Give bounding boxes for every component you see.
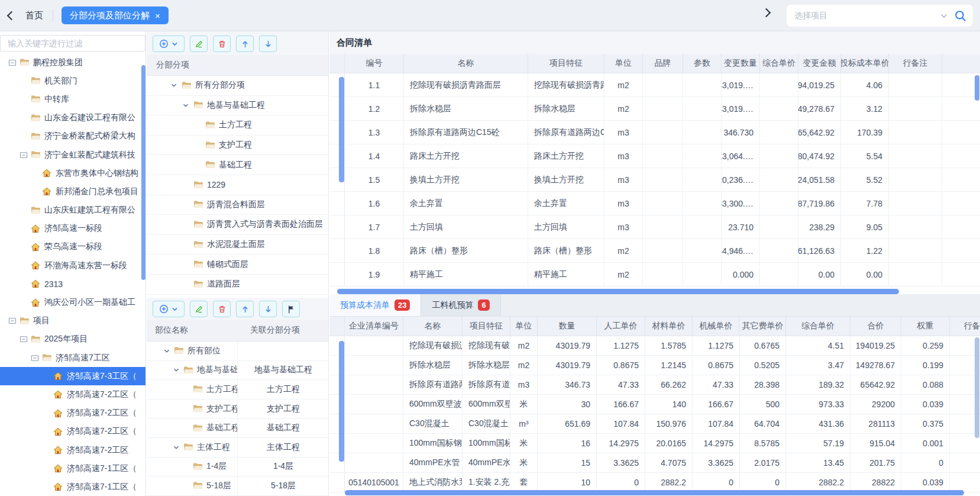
- column-header[interactable]: 项目特征: [462, 317, 510, 336]
- parts-tree-item[interactable]: 所有部位: [147, 342, 238, 360]
- org-tree-item[interactable]: 环渤海高速东营一标段: [0, 256, 145, 275]
- org-tree-item[interactable]: 机关部门: [0, 72, 145, 90]
- contract-right-vscrollbar[interactable]: [975, 75, 979, 101]
- contract-row[interactable]: 1.4路床土方开挖路床土方开挖m313,064.…80,474.925.54: [329, 144, 980, 168]
- org-tree-item[interactable]: 山东庆虹建筑工程有限公: [0, 201, 145, 220]
- org-tree-item[interactable]: 鸿庆公司小区一期基础工: [0, 293, 145, 311]
- search-icon[interactable]: [954, 9, 967, 22]
- move-down-button[interactable]: [259, 301, 277, 317]
- budget-left-vscrollbar[interactable]: [339, 341, 344, 462]
- tab-labor-machine-budget[interactable]: 工料机预算 6: [421, 294, 500, 316]
- chevron-down-icon[interactable]: [940, 12, 948, 20]
- org-tree-item[interactable]: 济邹高速7-2工区（: [0, 423, 145, 441]
- move-down-button[interactable]: [259, 36, 277, 52]
- column-header[interactable]: 单位: [510, 317, 538, 336]
- parts-tree-item[interactable]: 主体工程: [147, 438, 238, 457]
- org-tree-item[interactable]: 东营市奥体中心钢结构: [0, 164, 145, 182]
- collapse-icon[interactable]: [31, 354, 42, 362]
- org-tree-item[interactable]: 2025年项目: [0, 330, 145, 349]
- contract-row[interactable]: 1.5换填土方开挖换填土方开挖m320,236.…124,051.585.52: [329, 168, 980, 192]
- tab-close-icon[interactable]: ×: [155, 11, 160, 21]
- division-tree-item[interactable]: 铺砌式面层: [147, 255, 328, 275]
- column-header[interactable]: 机械单价: [693, 317, 740, 336]
- column-header[interactable]: 编号: [345, 54, 404, 73]
- contract-row[interactable]: 1.1挖除现有破损沥青路面层挖除现有破损沥青路面层m243,019.…194,0…: [329, 73, 980, 97]
- division-tree-item[interactable]: 道路面层: [147, 275, 328, 295]
- org-tree-item[interactable]: 济邹高速7-1工区（: [0, 478, 145, 496]
- column-header[interactable]: 其它费单价: [740, 317, 786, 336]
- column-header[interactable]: 投标成本单价: [841, 54, 889, 73]
- tab-budget-cost-list[interactable]: 预算成本清单 23: [329, 294, 421, 316]
- org-tree-item[interactable]: 济宁金桥装配式桥梁大构: [0, 127, 145, 146]
- move-up-button[interactable]: [236, 301, 254, 317]
- division-tree-item[interactable]: 土方工程: [147, 115, 328, 136]
- column-header[interactable]: 权重: [901, 317, 950, 336]
- tab-division-decompose[interactable]: 分部分项及部位分解 ×: [62, 7, 169, 24]
- column-header[interactable]: 合价: [850, 317, 901, 336]
- contract-left-vscrollbar[interactable]: [339, 77, 344, 182]
- collapse-icon[interactable]: [8, 317, 20, 325]
- column-header[interactable]: 行备注: [950, 317, 980, 336]
- org-tree-item[interactable]: 中转库: [0, 90, 145, 108]
- org-tree-item[interactable]: 济邹高速7-3工区（: [0, 367, 145, 385]
- org-tree-item[interactable]: 济邹高速7工区: [0, 349, 145, 367]
- sidebar-vscrollbar[interactable]: [141, 65, 145, 280]
- add-button[interactable]: [153, 36, 185, 52]
- collapse-icon[interactable]: [20, 335, 31, 343]
- chevron-down-icon[interactable]: [173, 444, 183, 451]
- edit-button[interactable]: [190, 36, 208, 52]
- column-header[interactable]: 名称: [404, 54, 528, 73]
- org-tree-item[interactable]: 济邹高速7-1工区（: [0, 459, 145, 478]
- contract-row[interactable]: 1.3拆除原有道路两边C15砼拆除原有道路两边C15砼m3346.73065,6…: [329, 121, 980, 144]
- budget-row[interactable]: 600mm双壁波纹管600mm双壁波纹管米30166.67140166.6750…: [329, 395, 980, 414]
- org-tree-item[interactable]: 济邹高速7-2工区（: [0, 404, 145, 423]
- division-tree-item[interactable]: 沥青贯入式与沥青表面处治面层: [147, 215, 328, 235]
- chevron-down-icon[interactable]: [170, 82, 182, 89]
- contract-hscrollbar[interactable]: [337, 289, 899, 294]
- division-tree-item[interactable]: 支护工程: [147, 136, 328, 156]
- move-up-button[interactable]: [236, 36, 254, 52]
- chevron-down-icon[interactable]: [173, 366, 183, 373]
- expand-right-icon[interactable]: [762, 8, 771, 18]
- parts-tree-item[interactable]: 5-18层: [147, 476, 238, 495]
- org-tree-item[interactable]: 项目: [0, 312, 145, 330]
- org-tree-item[interactable]: 山东金石建设工程有限公: [0, 109, 145, 127]
- column-header[interactable]: 行备注: [889, 54, 942, 73]
- column-header[interactable]: 变更金额: [798, 54, 841, 73]
- org-tree-item[interactable]: 济邹高速7-2工区: [0, 441, 145, 459]
- column-header[interactable]: 数量: [538, 317, 597, 336]
- budget-row[interactable]: 拆除原有道路两边C15砼拆除原有道路两边C15砼m3346.7347.3366.…: [329, 375, 980, 395]
- chevron-down-icon[interactable]: [163, 347, 174, 355]
- org-tree-item[interactable]: 荣乌高速一标段: [0, 238, 145, 256]
- parts-tree-item[interactable]: 土方工程: [147, 380, 238, 399]
- org-tree-item[interactable]: 济邹高速7-2工区（: [0, 385, 145, 404]
- division-tree-item[interactable]: 地基与基础工程: [147, 96, 328, 116]
- parts-tree-item[interactable]: 支护工程: [147, 400, 238, 418]
- division-tree-item[interactable]: 水泥混凝土面层: [147, 235, 328, 255]
- home-link[interactable]: 首页: [25, 10, 43, 21]
- budget-row[interactable]: 拆除水稳层拆除水稳层m243019.790.86751.21450.86750.…: [329, 356, 980, 375]
- filter-input[interactable]: [0, 35, 145, 51]
- budget-row[interactable]: C30混凝土C30混凝土m³651.69107.84150.976107.846…: [329, 414, 980, 434]
- org-tree-item[interactable]: 济邹高速一标段: [0, 220, 145, 238]
- parts-tree-item[interactable]: 1-4层: [147, 458, 238, 476]
- column-header[interactable]: 综合单价: [760, 54, 798, 73]
- budget-row[interactable]: 100mm国标钢管100mm国标钢管米1614.297520.016514.29…: [329, 434, 980, 453]
- project-select[interactable]: 选择项目: [787, 5, 973, 27]
- column-header[interactable]: 单位: [604, 54, 643, 73]
- budget-right-vscrollbar[interactable]: [975, 337, 979, 438]
- contract-row[interactable]: 1.2拆除水稳层拆除水稳层m243,019.…149,278.673.12: [329, 97, 980, 121]
- budget-hscrollbar[interactable]: [345, 490, 964, 495]
- parts-tree-item[interactable]: 地基与基础工程: [147, 361, 238, 380]
- column-header[interactable]: 变更数量: [722, 54, 760, 73]
- collapse-icon[interactable]: [8, 59, 20, 67]
- add-button[interactable]: [153, 301, 185, 317]
- flag-button[interactable]: [282, 301, 300, 317]
- contract-row[interactable]: 1.6余土弃置余土弃置m333,300.…287,719.867.78: [329, 192, 980, 215]
- division-tree-item[interactable]: 沥青混合料面层: [147, 195, 328, 215]
- back-icon[interactable]: [7, 11, 17, 20]
- org-tree-item[interactable]: 2313: [0, 275, 145, 293]
- column-header[interactable]: 参数: [683, 54, 722, 73]
- contract-row[interactable]: 1.8路床（槽）整形路床（槽）整形m244,946.…61,126.631.22: [329, 239, 980, 263]
- contract-row[interactable]: 1.7土方回填土方回填m323.710238.299.05: [329, 215, 980, 239]
